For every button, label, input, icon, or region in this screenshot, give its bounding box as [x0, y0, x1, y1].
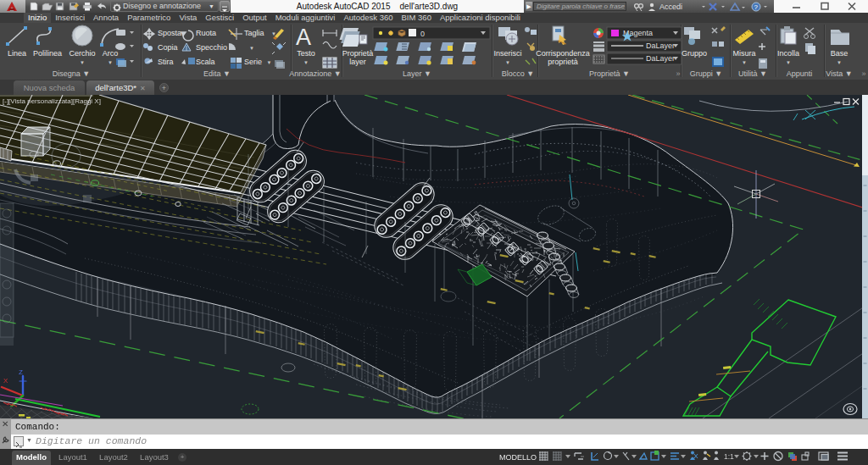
svg-text:DaLayer: DaLayer	[646, 54, 675, 63]
svg-text:Accedi: Accedi	[659, 3, 682, 11]
svg-text:1:1: 1:1	[724, 452, 734, 461]
svg-text:[-][Vista personalizzata][Ragg: [-][Vista personalizzata][Raggi X]	[3, 97, 101, 105]
svg-text:0: 0	[420, 30, 425, 38]
svg-text:A: A	[296, 25, 311, 50]
svg-text:MODELLO: MODELLO	[499, 453, 537, 462]
svg-text:Z: Z	[19, 368, 23, 376]
svg-text:X: X	[3, 377, 8, 385]
svg-text:?: ?	[754, 3, 759, 11]
svg-text:DaLayer: DaLayer	[646, 42, 675, 50]
